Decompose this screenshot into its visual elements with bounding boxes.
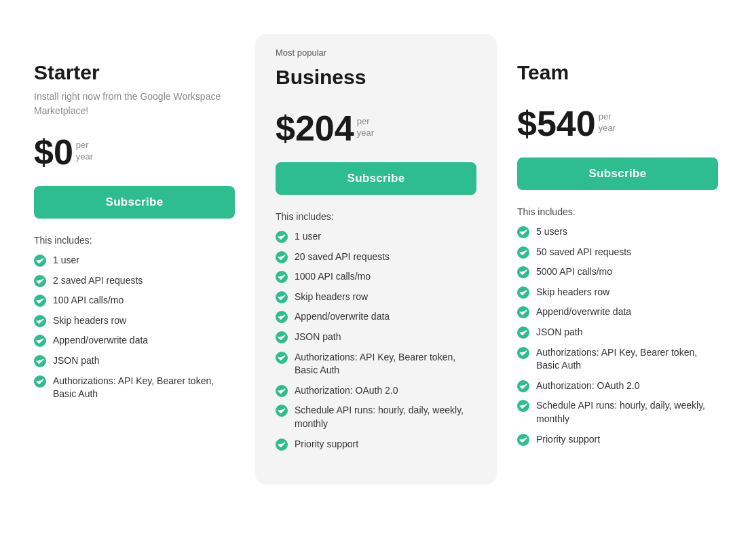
feature-item: Append/overwrite data: [517, 305, 718, 319]
price-amount-starter: $0: [34, 134, 73, 170]
feature-text: 50 saved API requests: [536, 246, 631, 259]
feature-text: 5 users: [536, 225, 567, 239]
check-circle-icon: [517, 306, 529, 318]
check-circle-icon: [276, 405, 288, 417]
check-circle-icon: [517, 434, 529, 446]
feature-item: 20 saved API requests: [276, 250, 476, 264]
feature-item: Append/overwrite data: [276, 310, 476, 324]
check-circle-icon: [276, 352, 288, 364]
check-circle-icon: [34, 275, 46, 287]
feature-item: Authorization: OAuth 2.0: [517, 379, 718, 393]
feature-text: Authorizations: API Key, Bearer token, B…: [53, 375, 235, 401]
check-circle-icon: [517, 347, 529, 359]
check-circle-icon: [34, 355, 46, 367]
feature-item: Priority support: [517, 433, 718, 447]
check-circle-icon: [276, 385, 288, 397]
feature-text: Priority support: [536, 433, 600, 447]
check-circle-icon: [276, 231, 288, 243]
feature-text: 5000 API calls/mo: [536, 265, 612, 279]
check-circle-icon: [34, 375, 46, 388]
check-circle-icon: [276, 291, 288, 303]
check-circle-icon: [34, 335, 46, 347]
price-amount-business: $204: [276, 111, 354, 146]
feature-item: 100 API calls/mo: [34, 294, 235, 307]
feature-text: 1 user: [53, 254, 79, 267]
plan-subtitle-starter: Install right now from the Google Worksp…: [34, 90, 235, 118]
price-period-team: per year: [599, 111, 616, 134]
feature-text: Append/overwrite data: [536, 305, 631, 319]
feature-text: Skip headers row: [53, 314, 126, 328]
check-circle-icon: [517, 226, 529, 238]
feature-text: 1 user: [295, 230, 321, 244]
feature-item: Authorization: OAuth 2.0: [276, 384, 476, 398]
check-circle-icon: [34, 315, 46, 327]
feature-text: Append/overwrite data: [295, 310, 390, 324]
feature-text: 20 saved API requests: [295, 250, 390, 264]
feature-item: Priority support: [276, 438, 476, 451]
feature-item: JSON path: [276, 331, 476, 344]
check-circle-icon: [517, 400, 529, 412]
price-period-starter: per year: [76, 140, 93, 163]
price-amount-team: $540: [517, 106, 596, 141]
feature-item: JSON path: [34, 354, 235, 368]
feature-list-team: 5 users 50 saved API requests 5000 API c…: [517, 225, 718, 446]
plan-card-business: Most popularBusiness $204 per year Subsc…: [255, 34, 497, 485]
feature-text: 2 saved API requests: [53, 274, 143, 288]
feature-item: Append/overwrite data: [34, 334, 235, 348]
feature-text: Priority support: [295, 438, 358, 451]
feature-text: JSON path: [53, 354, 99, 368]
price-period-business: per year: [357, 116, 374, 139]
subscribe-button-starter[interactable]: Subscribe: [34, 186, 235, 219]
plan-card-team: Team $540 per year SubscribeThis include…: [497, 41, 738, 473]
feature-text: JSON path: [295, 331, 341, 344]
feature-item: 5 users: [517, 225, 718, 239]
feature-text: Append/overwrite data: [53, 334, 148, 348]
feature-item: 5000 API calls/mo: [517, 265, 718, 279]
check-circle-icon: [276, 251, 288, 263]
check-circle-icon: [34, 295, 46, 307]
price-container-team: $540 per year: [517, 106, 718, 141]
includes-label-team: This includes:: [517, 206, 718, 217]
check-circle-icon: [517, 326, 529, 339]
feature-item: Authorizations: API Key, Bearer token, B…: [517, 346, 718, 373]
feature-text: 1000 API calls/mo: [295, 270, 371, 284]
feature-item: Skip headers row: [34, 314, 235, 328]
feature-list-business: 1 user 20 saved API requests 1000 API ca…: [276, 230, 476, 451]
feature-item: 2 saved API requests: [34, 274, 235, 288]
check-circle-icon: [276, 331, 288, 343]
feature-item: 1 user: [276, 230, 476, 244]
check-circle-icon: [276, 271, 288, 283]
check-circle-icon: [276, 311, 288, 323]
feature-item: Authorizations: API Key, Bearer token, B…: [34, 375, 235, 401]
feature-text: Authorization: OAuth 2.0: [295, 384, 398, 398]
feature-item: 1 user: [34, 254, 235, 267]
feature-text: Skip headers row: [295, 291, 368, 304]
feature-item: Authorizations: API Key, Bearer token, B…: [276, 351, 476, 377]
price-container-starter: $0 per year: [34, 134, 235, 170]
check-circle-icon: [517, 286, 529, 299]
most-popular-badge: Most popular: [276, 48, 476, 58]
subscribe-button-team[interactable]: Subscribe: [517, 157, 718, 190]
price-container-business: $204 per year: [276, 111, 476, 146]
feature-text: Authorization: OAuth 2.0: [536, 379, 640, 393]
feature-item: Skip headers row: [517, 286, 718, 299]
feature-item: 50 saved API requests: [517, 246, 718, 259]
subscribe-button-business[interactable]: Subscribe: [276, 162, 476, 195]
check-circle-icon: [276, 438, 288, 451]
plan-name-starter: Starter: [34, 61, 235, 84]
feature-text: Schedule API runs: hourly, daily, weekly…: [536, 399, 718, 426]
includes-label-business: This includes:: [276, 211, 476, 222]
feature-item: Schedule API runs: hourly, daily, weekly…: [517, 399, 718, 426]
check-circle-icon: [517, 266, 529, 278]
feature-text: 100 API calls/mo: [53, 294, 124, 307]
check-circle-icon: [517, 246, 529, 259]
feature-text: JSON path: [536, 326, 582, 339]
check-circle-icon: [34, 255, 46, 267]
feature-text: Authorizations: API Key, Bearer token, B…: [295, 351, 476, 377]
plan-name-business: Business: [276, 66, 476, 89]
feature-item: JSON path: [517, 326, 718, 339]
plan-name-team: Team: [517, 61, 718, 84]
includes-label-starter: This includes:: [34, 235, 235, 246]
plan-card-starter: StarterInstall right now from the Google…: [14, 41, 255, 428]
feature-item: 1000 API calls/mo: [276, 270, 476, 284]
